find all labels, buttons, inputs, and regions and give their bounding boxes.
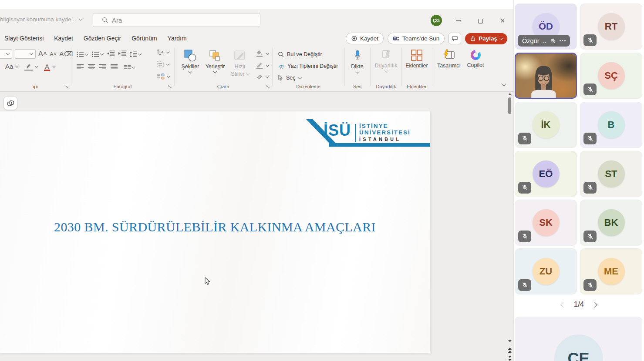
arrange-icon — [209, 49, 222, 62]
participant-initials: İK — [541, 119, 551, 130]
decrease-indent-icon[interactable] — [107, 50, 115, 58]
sensitivity-button[interactable]: Duyarlılık — [371, 45, 401, 73]
arrange-button[interactable]: Yerleştir — [202, 45, 228, 77]
copilot-icon — [470, 49, 482, 61]
quick-styles-button[interactable]: Hızlı Stiller — [228, 45, 252, 77]
close-button[interactable]: ✕ — [496, 16, 509, 26]
increase-font-size-icon[interactable]: A˄ — [38, 50, 47, 58]
sensitivity-label: Duyarlılık — [374, 63, 397, 69]
shapes-button[interactable]: Şekiller — [178, 45, 202, 77]
logo-name: İSTİNYE ÜNİVERSİTESİ İSTANBUL — [359, 123, 411, 143]
font-size-select[interactable] — [15, 49, 36, 59]
chevron-down-icon — [355, 70, 359, 73]
font-color-icon[interactable]: A — [44, 63, 50, 70]
participant-tile[interactable]: SK — [515, 200, 577, 246]
next-page-chevron-icon[interactable] — [592, 302, 597, 308]
participant-tile[interactable]: RT — [580, 3, 642, 50]
mic-off-badge — [583, 84, 597, 95]
tab-kaydet[interactable]: Kaydet — [49, 31, 78, 45]
find-replace-button[interactable]: Bul ve Değiştir — [273, 48, 344, 60]
bullet-list-icon[interactable] — [77, 51, 88, 57]
replace-fonts-button[interactable]: A Yazı Tiplerini Değiştir — [273, 60, 344, 72]
justify-icon[interactable] — [111, 64, 118, 71]
search-input[interactable]: Ara — [93, 13, 260, 27]
participant-tile[interactable]: ÇE — [515, 317, 642, 361]
dictate-button[interactable]: Dikte — [345, 45, 370, 74]
more-options-icon[interactable] — [560, 40, 566, 41]
participant-tile[interactable]: B — [580, 102, 642, 148]
line-spacing-icon[interactable] — [130, 51, 141, 57]
align-text-icon[interactable] — [157, 61, 169, 67]
decrease-font-size-icon[interactable]: A˅ — [50, 51, 57, 57]
tab-yardim[interactable]: Yardım — [162, 31, 192, 45]
previous-page-chevron-icon[interactable] — [560, 302, 566, 308]
sensitivity-group: Duyarlılık Duyarlılık — [371, 45, 401, 91]
dialog-launcher-icon[interactable] — [64, 84, 69, 89]
logo-line1: İSTİNYE — [359, 123, 411, 129]
change-case-icon[interactable]: Aa — [5, 63, 13, 70]
drawing-group: Şekiller Yerleştir — [175, 45, 272, 91]
scroll-down-button[interactable] — [507, 340, 513, 342]
align-left-icon[interactable] — [77, 64, 84, 71]
participant-initials: RT — [605, 21, 617, 32]
collapse-ribbon-chevron-icon[interactable] — [501, 81, 506, 86]
share-button[interactable]: Paylaş — [465, 33, 507, 44]
participant-initials: ÇE — [567, 350, 589, 361]
slide-canvas[interactable]: İSÜ İSTİNYE ÜNİVERSİTESİ İSTANBUL 2030 B… — [0, 111, 430, 353]
copilot-button[interactable]: Copilot — [463, 45, 488, 69]
paragraph-group-label: Paragraf — [71, 84, 174, 89]
account-avatar[interactable]: ÇG — [431, 15, 442, 26]
tab-gozden-gecir[interactable]: Gözden Geçir — [78, 31, 126, 45]
dialog-launcher-icon[interactable] — [266, 84, 270, 89]
record-button[interactable]: Kaydet — [346, 33, 384, 44]
text-direction-icon[interactable]: A — [157, 49, 169, 55]
mic-off-icon — [587, 37, 593, 43]
shape-fill-icon[interactable] — [256, 50, 269, 57]
convert-smartart-icon[interactable] — [157, 74, 170, 80]
participant-tile[interactable]: BK — [580, 200, 642, 246]
align-center-icon[interactable] — [88, 64, 95, 71]
scroll-up-button[interactable] — [507, 93, 513, 95]
participant-tile[interactable]: ZU — [515, 248, 577, 294]
participant-tile[interactable]: ÖD Özgür ... — [515, 3, 577, 50]
comments-button[interactable] — [448, 33, 461, 44]
font-controls-row1: A˄ A˅ A⌫ — [0, 49, 73, 59]
highlight-color-icon[interactable] — [24, 63, 33, 70]
participant-name-pill: Özgür ... — [518, 35, 570, 47]
font-group: A˄ A˅ A⌫ Aa A ipi — [0, 45, 71, 91]
increase-indent-icon[interactable] — [118, 50, 126, 58]
share-icon — [470, 36, 476, 42]
tab-slayt-gosterisi[interactable]: Slayt Gösterisi — [4, 31, 49, 45]
maximize-button[interactable] — [474, 16, 486, 26]
minimize-button[interactable] — [452, 16, 464, 26]
numbered-list-icon[interactable] — [92, 51, 103, 57]
tab-gorunum[interactable]: Görünüm — [126, 31, 162, 45]
mic-off-badge — [518, 231, 531, 242]
participant-tile[interactable]: ST — [580, 151, 642, 197]
participant-tile[interactable]: ME — [580, 248, 642, 294]
shape-outline-icon[interactable] — [256, 62, 269, 69]
participant-tile[interactable]: EÖ — [515, 151, 577, 197]
copilot-canvas-button[interactable] — [3, 96, 17, 110]
align-right-icon[interactable] — [99, 64, 106, 71]
addins-button[interactable]: Eklentiler — [402, 45, 432, 69]
voice-group-label: Ses — [345, 84, 370, 89]
present-in-teams-button[interactable]: T Teams'de Sun — [388, 33, 445, 44]
editing-group-label: Düzenleme — [273, 84, 344, 89]
document-scrollbar[interactable] — [507, 92, 513, 361]
next-slide-button[interactable] — [507, 356, 513, 361]
participant-video-tile[interactable] — [515, 53, 577, 99]
font-name-select[interactable] — [0, 49, 12, 59]
previous-slide-button[interactable] — [507, 348, 513, 353]
select-button[interactable]: Seç — [273, 72, 344, 84]
dialog-launcher-icon[interactable] — [168, 84, 172, 89]
designer-button[interactable]: Tasarımcı — [435, 45, 463, 69]
columns-icon[interactable] — [124, 65, 135, 70]
avatar: RT — [598, 13, 625, 40]
participant-tile[interactable]: İK — [515, 102, 577, 148]
autosave-dropdown[interactable]: bilgisayar konumuna kayde... — [0, 16, 82, 23]
participant-tile[interactable]: SÇ — [580, 53, 642, 99]
shape-effects-icon[interactable] — [256, 74, 269, 80]
slide-title[interactable]: 2030 BM. SÜRDÜRÜLEBİLİR KALKINMA AMAÇLAR… — [0, 220, 430, 234]
scrollbar-thumb[interactable] — [508, 97, 511, 114]
